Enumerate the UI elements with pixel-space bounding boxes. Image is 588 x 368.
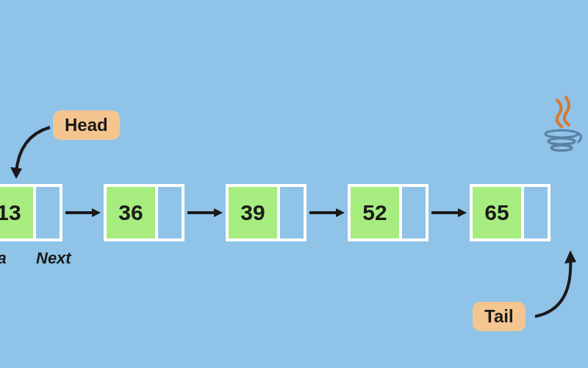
list-node: 13: [0, 184, 62, 241]
next-arrow-icon: [306, 205, 348, 220]
node-next-cell: [33, 187, 60, 238]
node-field-labels: ata Next: [0, 249, 77, 268]
svg-point-6: [551, 146, 572, 151]
next-arrow-icon: [429, 205, 470, 220]
node-data-cell: 52: [351, 187, 399, 238]
next-arrow-icon: [184, 205, 226, 220]
tail-pointer-arrow: [529, 243, 588, 327]
node-next-cell: [155, 187, 182, 238]
next-arrow-icon: [62, 205, 104, 220]
head-label-text: Head: [65, 115, 108, 135]
tail-label-text: Tail: [484, 306, 514, 326]
linked-list-row: 13 36 39 52 65: [0, 184, 551, 241]
node-data-cell: 65: [473, 187, 521, 238]
data-field-label: ata: [0, 249, 33, 268]
next-field-label: Next: [33, 249, 77, 268]
node-data-cell: 13: [0, 187, 33, 238]
node-value: 39: [240, 200, 265, 225]
java-logo-icon: [539, 96, 584, 155]
head-pointer-arrow: [6, 121, 57, 187]
node-next-cell: [521, 187, 548, 238]
node-value: 13: [0, 200, 21, 225]
list-node: 39: [226, 184, 306, 241]
node-value: 52: [362, 200, 387, 225]
node-data-cell: 36: [107, 187, 155, 238]
list-node: 52: [348, 184, 429, 241]
node-value: 65: [484, 200, 509, 225]
svg-point-5: [548, 138, 575, 144]
svg-point-4: [545, 130, 578, 138]
head-label-badge: Head: [53, 110, 120, 140]
list-node: 36: [104, 184, 184, 241]
node-next-cell: [399, 187, 426, 238]
node-value: 36: [118, 200, 143, 225]
list-node: 65: [470, 184, 551, 241]
node-data-cell: 39: [229, 187, 277, 238]
node-next-cell: [277, 187, 304, 238]
tail-label-badge: Tail: [473, 302, 526, 331]
